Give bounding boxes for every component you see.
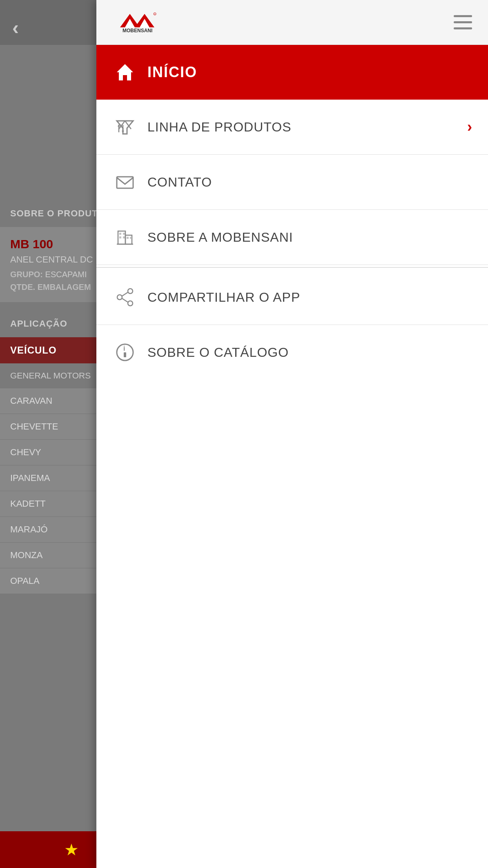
menu-item-sobre-catalogo[interactable]: i SOBRE O CATÁLOGO xyxy=(96,325,488,380)
back-button[interactable]: ‹ xyxy=(12,16,19,39)
svg-point-26 xyxy=(128,301,133,306)
svg-rect-15 xyxy=(117,177,133,188)
svg-text:MOBENSANI: MOBENSANI xyxy=(123,28,152,33)
building-icon xyxy=(115,227,135,247)
svg-marker-7 xyxy=(117,64,133,80)
svg-line-29 xyxy=(122,298,128,302)
svg-rect-17 xyxy=(125,235,132,244)
menu-item-sobre-mobensani[interactable]: SOBRE A MOBENSANI xyxy=(96,210,488,265)
hamburger-line-1 xyxy=(454,15,472,17)
svg-rect-19 xyxy=(123,233,125,235)
svg-rect-32 xyxy=(124,352,126,357)
hamburger-line-2 xyxy=(454,21,472,23)
svg-line-28 xyxy=(122,292,128,296)
chevron-right-icon: › xyxy=(467,118,472,136)
menu-item-linha-produtos[interactable]: LINHA DE PRODUTOS › xyxy=(96,100,488,155)
svg-rect-18 xyxy=(119,233,121,235)
svg-text:i: i xyxy=(123,345,125,352)
svg-rect-21 xyxy=(123,236,125,238)
menu-item-compartilhar[interactable]: COMPARTILHAR O APP xyxy=(96,270,488,325)
svg-point-27 xyxy=(117,295,122,300)
product-group-value: ESCAPAMI xyxy=(45,270,87,279)
svg-rect-22 xyxy=(127,237,129,239)
inicio-label: INÍCIO xyxy=(147,64,197,81)
svg-point-25 xyxy=(128,289,133,294)
menu-divider xyxy=(96,267,488,268)
info-icon: i xyxy=(115,342,135,363)
menu-item-inicio[interactable]: INÍCIO xyxy=(96,45,488,100)
menu-item-contato[interactable]: CONTATO xyxy=(96,155,488,210)
hamburger-menu-icon[interactable] xyxy=(454,15,472,29)
hamburger-line-3 xyxy=(454,27,472,29)
sobre-mobensani-label: SOBRE A MOBENSANI xyxy=(147,230,293,245)
star-icon: ★ xyxy=(64,840,79,859)
logo-area: ® MOBENSANI xyxy=(113,6,162,39)
svg-rect-23 xyxy=(130,237,131,239)
sobre-catalogo-label: SOBRE O CATÁLOGO xyxy=(147,345,289,360)
menu-panel: ® MOBENSANI INÍCIO LI xyxy=(96,0,488,868)
svg-rect-20 xyxy=(119,236,121,238)
share-icon xyxy=(115,287,135,307)
aplicacao-label: APLICAÇÃO xyxy=(10,318,67,329)
sobre-produto-label: SOBRE O PRODUTO xyxy=(10,208,105,218)
svg-marker-14 xyxy=(122,131,124,133)
home-icon xyxy=(115,62,135,82)
veiculo-label: VEÍCULO xyxy=(10,345,57,356)
contato-label: CONTATO xyxy=(147,175,212,190)
envelope-icon xyxy=(115,172,135,192)
compartilhar-label: COMPARTILHAR O APP xyxy=(147,290,300,305)
mobensani-logo: ® MOBENSANI xyxy=(113,6,162,39)
menu-header: ® MOBENSANI xyxy=(96,0,488,45)
linha-produtos-label: LINHA DE PRODUTOS xyxy=(147,120,291,135)
filter-icon xyxy=(115,117,135,137)
manufacturer-name: GENERAL MOTORS xyxy=(10,371,91,380)
